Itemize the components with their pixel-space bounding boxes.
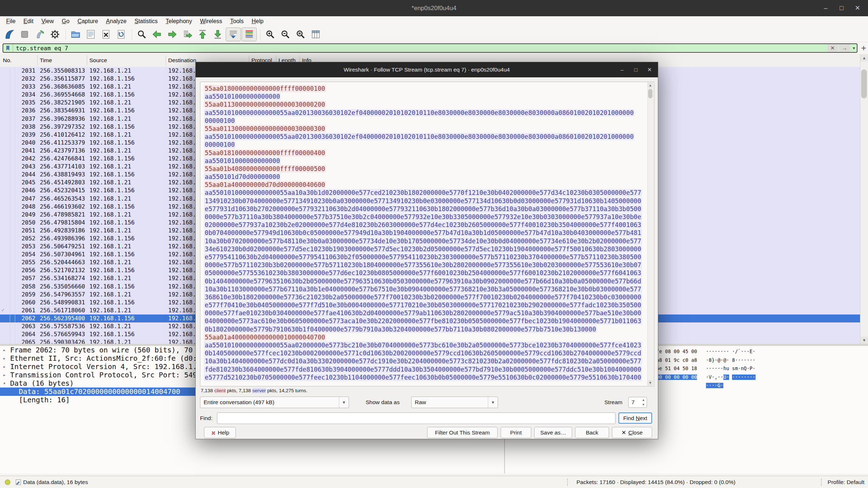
zoom-out-button[interactable] — [278, 28, 293, 41]
start-capture-button[interactable] — [2, 28, 17, 41]
filter-out-stream-button[interactable]: Filter Out This Stream — [427, 427, 498, 438]
stream-scrollbar[interactable]: ▲ ▼ — [647, 82, 654, 386]
toolbar-separator — [132, 29, 132, 40]
find-packet-button[interactable] — [135, 28, 149, 41]
go-forward-button[interactable] — [165, 28, 179, 41]
menu-tools[interactable]: Tools — [226, 18, 247, 25]
find-next-button[interactable]: Find Next — [618, 412, 652, 424]
menu-wireless[interactable]: Wireless — [196, 18, 226, 25]
help-button[interactable]: Help — [204, 427, 236, 438]
stream-line-client: 55aa0113000000000000000030000200 — [204, 101, 654, 109]
menu-view[interactable]: View — [37, 18, 58, 25]
zoom-original-button[interactable] — [293, 28, 308, 41]
spinner-arrows-icon[interactable]: ▲▼ — [641, 398, 646, 407]
menu-bar: FileEditViewGoCaptureAnalyzeStatisticsTe… — [0, 16, 868, 26]
stream-line-client: 55aa01b4080000000000ffff00000500 — [204, 165, 654, 173]
column-time[interactable]: Time — [40, 54, 52, 67]
minimize-button[interactable]: – — [818, 0, 833, 16]
restart-capture-button[interactable] — [33, 28, 47, 41]
scrollbar-thumb[interactable] — [648, 89, 652, 98]
stream-line-server: 0000e577b37110a30b3804000000e577b37510e3… — [204, 213, 654, 221]
stream-line-server: 134910230b0704000000e577134910230b0a0300… — [204, 197, 654, 205]
chevron-down-icon: ▼ — [488, 397, 498, 408]
menu-edit[interactable]: Edit — [20, 18, 38, 25]
menu-help[interactable]: Help — [248, 18, 268, 25]
close-button[interactable]: ✕ — [850, 0, 865, 16]
menu-analyze[interactable]: Analyze — [102, 18, 131, 25]
zoom-in-icon — [265, 29, 276, 40]
filter-dropdown-icon[interactable]: ▾ — [851, 46, 857, 51]
expand-arrow-icon[interactable]: ▸ — [3, 371, 6, 379]
back-button[interactable]: Back — [575, 427, 609, 438]
stop-capture-button[interactable] — [17, 28, 32, 41]
filter-apply-icon[interactable]: → — [839, 44, 850, 52]
scroll-up-icon[interactable]: ▲ — [648, 82, 653, 88]
conversation-select[interactable]: Entire conversation (497 kB) ▼ — [200, 397, 349, 408]
expand-arrow-icon[interactable]: ▾ — [3, 379, 6, 388]
stream-line-server: 00000100 — [204, 141, 654, 149]
save-as-button[interactable]: Save as… — [534, 427, 572, 438]
stream-line-server: 0b0704000000e577949d10630b0c05000000e577… — [204, 229, 654, 237]
stream-line-server: 10a30b1404000000e577dc0d10a30b3302000000… — [204, 358, 654, 365]
stream-line-client: 55aa01a400000000d70d000000040600 — [204, 181, 654, 189]
dialog-minimize-button[interactable]: – — [615, 62, 629, 77]
scroll-down-icon[interactable]: ▼ — [648, 380, 653, 386]
open-file-button[interactable] — [68, 28, 83, 41]
go-to-packet-button[interactable] — [180, 28, 195, 41]
stream-content-box[interactable]: 55aa0180000000000000ffff00000100aa550101… — [200, 82, 654, 386]
reload-file-button[interactable] — [114, 28, 128, 41]
menu-file[interactable]: File — [2, 18, 20, 25]
filter-clear-icon[interactable]: ✕ — [827, 44, 838, 52]
expert-info-icon[interactable] — [4, 479, 11, 485]
column-no[interactable]: No. — [3, 54, 12, 67]
resize-columns-button[interactable] — [309, 28, 323, 41]
menu-capture[interactable]: Capture — [73, 18, 102, 25]
print-button[interactable]: Print — [501, 427, 531, 438]
maximize-button[interactable]: □ — [834, 0, 849, 16]
status-bar: Data (data.data), 16 bytes Packets: 1716… — [0, 476, 868, 488]
expand-arrow-icon[interactable]: ▸ — [3, 363, 6, 371]
go-to-top-button[interactable] — [195, 28, 210, 41]
help-icon — [210, 430, 216, 436]
show-data-as-select[interactable]: Raw ▼ — [411, 397, 498, 408]
stream-line-server: 0000e577b57110230b3b02000000e577b5711023… — [204, 261, 654, 269]
display-filter-input[interactable] — [13, 44, 827, 52]
filter-add-button[interactable]: + — [860, 43, 867, 53]
auto-scroll-toggle[interactable] — [226, 27, 241, 41]
status-profile[interactable]: Profile: Default — [827, 476, 864, 488]
menu-statistics[interactable]: Statistics — [131, 18, 162, 25]
close-file-icon — [101, 29, 111, 40]
scrollbar-thumb[interactable] — [861, 69, 867, 98]
colorize-toggle[interactable] — [242, 27, 257, 41]
dialog-close-button[interactable]: ✕ — [643, 62, 656, 77]
go-to-bottom-button[interactable] — [210, 28, 225, 41]
auto-scroll-icon — [228, 29, 239, 40]
stream-line-server: aa55010100000000000055aa10a30b1d02000000… — [204, 189, 654, 197]
toolbar-separator — [65, 29, 66, 40]
capture-comment-icon[interactable] — [15, 479, 22, 485]
scroll-down-icon[interactable]: ▼ — [860, 337, 868, 344]
filter-bookmark-icon[interactable] — [3, 44, 13, 52]
close-dialog-button[interactable]: ✕Close — [612, 427, 652, 438]
go-back-button[interactable] — [150, 28, 164, 41]
stream-number-spinner[interactable]: 7 ▲▼ — [628, 397, 647, 408]
display-filter-field[interactable]: ✕ → ▾ — [3, 43, 858, 53]
expand-arrow-icon[interactable]: ▸ — [3, 346, 6, 354]
dialog-maximize-button[interactable]: □ — [629, 62, 643, 77]
expand-arrow-icon[interactable]: ▸ — [3, 354, 6, 363]
reload-icon — [116, 29, 127, 40]
status-packet-counts: Packets: 17160 · Displayed: 14415 (84.0%… — [576, 476, 735, 488]
close-file-button[interactable] — [99, 28, 113, 41]
stream-line-server: 34e610230b0d02000000e577d5ec10230b190300… — [204, 245, 654, 253]
save-file-button[interactable] — [84, 28, 98, 41]
column-destination[interactable]: Destination — [168, 54, 196, 67]
zoom-in-button[interactable] — [263, 28, 277, 41]
scroll-up-icon[interactable]: ▲ — [860, 54, 868, 61]
find-input[interactable] — [217, 412, 616, 424]
capture-options-button[interactable] — [48, 28, 62, 41]
stop-icon — [19, 29, 30, 40]
menu-telephony[interactable]: Telephony — [162, 18, 196, 25]
resize-columns-icon — [310, 29, 321, 40]
menu-go[interactable]: Go — [58, 18, 73, 25]
column-source[interactable]: Source — [89, 54, 107, 67]
